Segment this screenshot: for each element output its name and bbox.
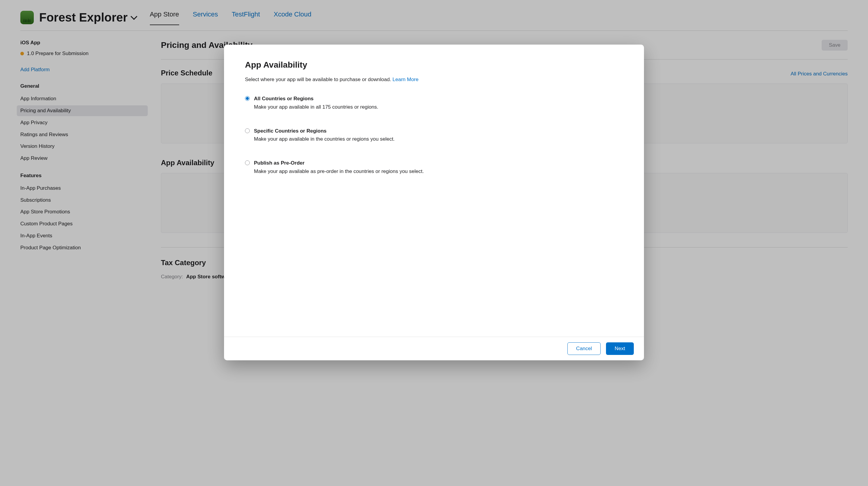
radio-label: Specific Countries or Regions: [254, 127, 395, 135]
modal-desc-text: Select where your app will be available …: [245, 77, 393, 82]
radio-label: Publish as Pre-Order: [254, 159, 424, 167]
learn-more-link[interactable]: Learn More: [393, 77, 418, 82]
radio-icon[interactable]: [245, 96, 250, 101]
radio-option-all[interactable]: All Countries or Regions Make your app a…: [245, 95, 623, 111]
radio-group: All Countries or Regions Make your app a…: [245, 95, 623, 175]
radio-option-preorder[interactable]: Publish as Pre-Order Make your app avail…: [245, 159, 623, 175]
modal-desc: Select where your app will be available …: [245, 76, 623, 83]
radio-icon[interactable]: [245, 128, 250, 133]
radio-icon[interactable]: [245, 160, 250, 165]
radio-desc: Make your app available as pre-order in …: [254, 168, 424, 175]
app-availability-modal: App Availability Select where your app w…: [224, 44, 644, 280]
radio-label: All Countries or Regions: [254, 95, 378, 102]
radio-desc: Make your app available in all 175 count…: [254, 103, 378, 111]
radio-option-specific[interactable]: Specific Countries or Regions Make your …: [245, 127, 623, 143]
radio-desc: Make your app available in the countries…: [254, 135, 395, 143]
modal-title: App Availability: [245, 59, 623, 71]
